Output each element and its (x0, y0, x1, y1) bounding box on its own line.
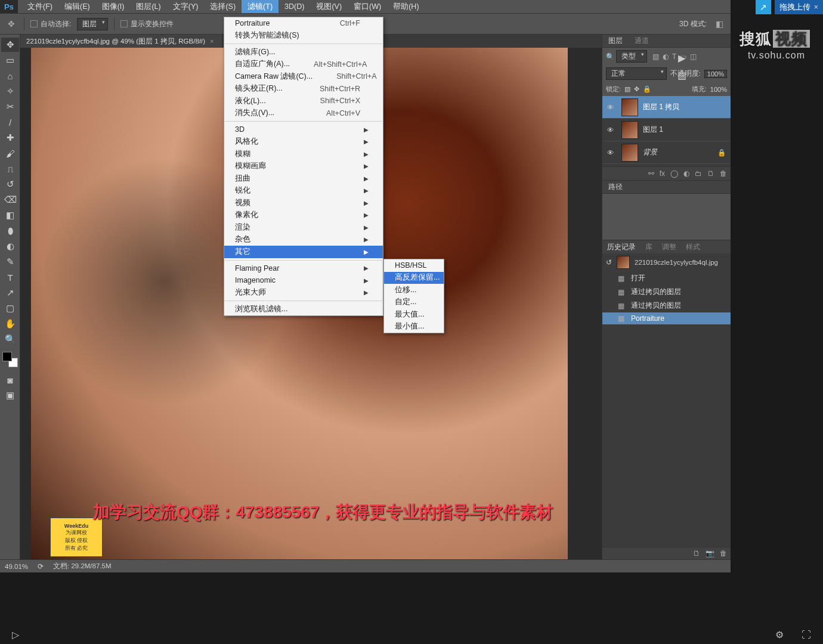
eyedropper-tool-icon[interactable]: / (1, 115, 19, 129)
fill-value[interactable]: 100% (710, 86, 727, 93)
menuitem-最小值...[interactable]: 最小值... (384, 321, 444, 333)
close-tab-icon[interactable]: × (210, 38, 214, 45)
menu-文件[interactable]: 文件(F) (21, 0, 58, 13)
menuitem-3D[interactable]: 3D▶ (224, 123, 383, 136)
lasso-tool-icon[interactable]: ⌂ (1, 69, 19, 83)
eraser-tool-icon[interactable]: ⌫ (1, 193, 19, 207)
lock-position-icon[interactable]: ✥ (634, 85, 639, 93)
filter-adjust-icon[interactable]: ◐ (663, 52, 669, 61)
layer-row[interactable]: 👁背景🔒 (602, 141, 731, 164)
blur-tool-icon[interactable]: ⬮ (1, 224, 19, 238)
adjustment-layer-icon[interactable]: ◐ (683, 169, 689, 178)
menu-滤镜[interactable]: 滤镜(T) (242, 0, 279, 13)
menuitem-风格化[interactable]: 风格化▶ (224, 136, 383, 148)
menuitem-转换为智能滤镜(S)[interactable]: 转换为智能滤镜(S) (224, 30, 383, 42)
menuitem-Imagenomic[interactable]: Imagenomic▶ (224, 274, 383, 287)
menu-视图[interactable]: 视图(V) (310, 0, 348, 13)
menuitem-Portraiture[interactable]: PortraitureCtrl+F (224, 17, 383, 30)
tab-channels[interactable]: 通道 (629, 35, 655, 48)
lock-pixels-icon[interactable]: ▧ (624, 85, 630, 93)
tab-layers[interactable]: 图层 (602, 35, 629, 48)
new-snapshot-icon[interactable]: 📷 (706, 549, 714, 558)
new-doc-from-state-icon[interactable]: 🗋 (693, 549, 700, 558)
show-transform-checkbox[interactable] (120, 20, 128, 27)
menuitem-光束大师[interactable]: 光束大师▶ (224, 287, 383, 299)
history-step[interactable]: ▦打开 (602, 271, 731, 285)
close-icon[interactable]: × (814, 3, 818, 11)
menuitem-Camera Raw 滤镜(C)...[interactable]: Camera Raw 滤镜(C)...Shift+Ctrl+A (224, 70, 383, 83)
layer-mask-icon[interactable]: ◯ (670, 169, 678, 178)
quickmask-icon[interactable]: ◙ (1, 373, 19, 387)
visibility-icon[interactable]: 👁 (605, 126, 617, 134)
dodge-tool-icon[interactable]: ◐ (1, 239, 19, 253)
filter-type-dropdown[interactable]: 类型 (616, 50, 647, 63)
screenmode-icon[interactable]: ▣ (1, 388, 19, 402)
menuitem-HSB/HSL[interactable]: HSB/HSL (384, 259, 444, 272)
menuitem-浏览联机滤镜...[interactable]: 浏览联机滤镜... (224, 303, 383, 315)
menuitem-消失点(V)...[interactable]: 消失点(V)...Alt+Ctrl+V (224, 107, 383, 120)
delete-layer-icon[interactable]: 🗑 (720, 169, 727, 178)
menuitem-扭曲[interactable]: 扭曲▶ (224, 172, 383, 185)
menuitem-高反差保留...[interactable]: 高反差保留... (384, 272, 444, 284)
filter-pixel-icon[interactable]: ▧ (652, 52, 659, 61)
lock-all-icon[interactable]: 🔒 (643, 85, 651, 93)
mode3d-icon[interactable]: ◧ (713, 17, 726, 30)
history-step[interactable]: ▦通过拷贝的图层 (602, 285, 731, 299)
visibility-icon[interactable]: 👁 (605, 149, 617, 156)
history-step[interactable]: ▦Portraiture (602, 312, 731, 324)
document-tab[interactable]: 221019czle1ycylycfb4ql.jpg @ 49% (图层 1 拷… (20, 35, 222, 48)
tab-库[interactable]: 库 (641, 243, 657, 252)
gradient-tool-icon[interactable]: ◧ (1, 208, 19, 222)
settings-icon[interactable]: ⚙ (775, 629, 784, 640)
share-button[interactable]: ↗ (756, 0, 771, 14)
menuitem-渲染[interactable]: 渲染▶ (224, 221, 383, 234)
heal-tool-icon[interactable]: ✚ (1, 131, 19, 145)
upload-button[interactable]: 拖拽上传 × (775, 0, 823, 14)
menu-编辑[interactable]: 编辑(E) (58, 0, 96, 13)
blend-mode-dropdown[interactable]: 正常 (606, 67, 667, 80)
tab-调整[interactable]: 调整 (657, 243, 681, 252)
menuitem-位移...[interactable]: 位移... (384, 284, 444, 296)
layer-row[interactable]: 👁图层 1 (602, 119, 731, 141)
marquee-tool-icon[interactable]: ▭ (1, 53, 19, 67)
menuitem-杂色[interactable]: 杂色▶ (224, 234, 383, 246)
zoom-value[interactable]: 49.01% (5, 563, 28, 570)
history-step[interactable]: ▦通过拷贝的图层 (602, 299, 731, 312)
menuitem-自定...[interactable]: 自定... (384, 296, 444, 309)
crop-tool-icon[interactable]: ✂ (1, 100, 19, 114)
pen-tool-icon[interactable]: ✎ (1, 255, 19, 269)
menu-帮助[interactable]: 帮助(H) (387, 0, 425, 13)
menuitem-模糊[interactable]: 模糊▶ (224, 148, 383, 160)
autoselect-checkbox[interactable] (30, 20, 38, 27)
search-icon[interactable]: 🔍 (606, 52, 614, 61)
brush-tool-icon[interactable]: 🖌 (1, 146, 19, 160)
menuitem-自适应广角(A)...[interactable]: 自适应广角(A)...Alt+Shift+Ctrl+A (224, 58, 383, 71)
wand-tool-icon[interactable]: ✧ (1, 84, 19, 98)
menu-图层[interactable]: 图层(L) (130, 0, 166, 13)
collapse-panel-icon[interactable]: ▧ (677, 70, 686, 81)
menu-3D[interactable]: 3D(D) (279, 0, 310, 13)
play-button-icon[interactable]: ▷ (12, 629, 19, 640)
menuitem-像素化[interactable]: 像素化▶ (224, 209, 383, 222)
opacity-value[interactable]: 100% (704, 70, 727, 78)
hand-tool-icon[interactable]: ✋ (1, 317, 19, 331)
menuitem-视频[interactable]: 视频▶ (224, 197, 383, 209)
autoselect-target-dropdown[interactable]: 图层 (77, 18, 108, 30)
new-layer-icon[interactable]: 🗋 (707, 169, 714, 178)
color-swatch[interactable] (2, 352, 18, 367)
play-icon[interactable]: ▶ (678, 52, 685, 64)
visibility-icon[interactable]: 👁 (605, 104, 617, 111)
move-tool-icon[interactable]: ✥ (1, 38, 19, 52)
link-layers-icon[interactable]: ⚯ (648, 169, 654, 178)
refresh-icon[interactable]: ⟳ (38, 562, 44, 571)
stamp-tool-icon[interactable]: ⎍ (1, 162, 19, 176)
menuitem-镜头校正(R)...[interactable]: 镜头校正(R)...Shift+Ctrl+R (224, 83, 383, 95)
history-snapshot[interactable]: ↺ 221019czle1ycylycfb4ql.jpg (602, 253, 731, 271)
delete-state-icon[interactable]: 🗑 (720, 549, 727, 558)
shape-tool-icon[interactable]: ▢ (1, 301, 19, 315)
zoom-tool-icon[interactable]: 🔍 (1, 332, 19, 346)
menuitem-模糊画廊[interactable]: 模糊画廊▶ (224, 160, 383, 173)
menuitem-液化(L)...[interactable]: 液化(L)...Shift+Ctrl+X (224, 95, 383, 107)
menuitem-Flaming Pear[interactable]: Flaming Pear▶ (224, 262, 383, 275)
tab-paths[interactable]: 路径 (602, 181, 629, 194)
